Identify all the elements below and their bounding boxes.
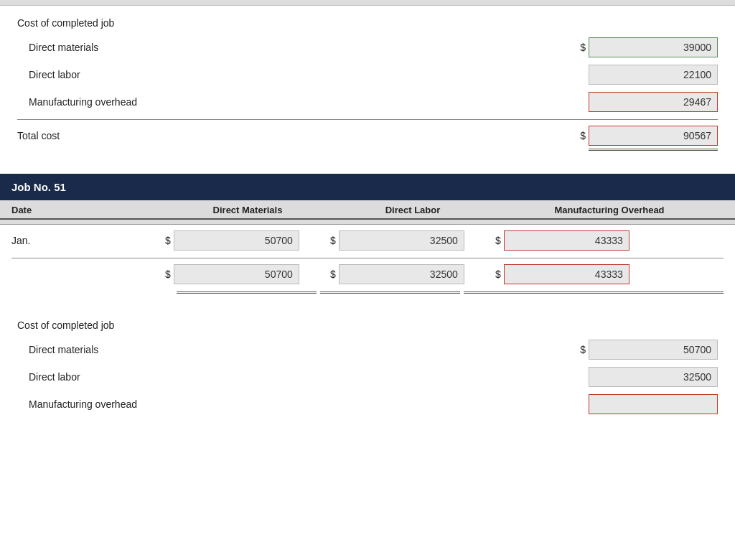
table-row-jan: Jan. $ $ $ (0, 225, 735, 256)
top-direct-materials-dollar: $ (580, 42, 586, 53)
row-jan-moh: $ (495, 230, 735, 251)
top-direct-labor-input[interactable] (589, 65, 718, 85)
row-jan-date: Jan. (0, 235, 165, 246)
top-total-dollar: $ (580, 130, 586, 141)
top-direct-materials-label: Direct materials (29, 42, 580, 53)
table-header: Date Direct Materials Direct Labor Manuf… (0, 200, 735, 225)
subtotal-moh-input[interactable] (504, 264, 629, 284)
bottom-section-title: Cost of completed job (17, 319, 718, 331)
row-jan-moh-dollar: $ (495, 235, 501, 246)
bottom-manufacturing-overhead-label: Manufacturing overhead (29, 398, 589, 410)
col-direct-materials: Direct Materials (165, 205, 330, 220)
bottom-manufacturing-overhead-row: Manufacturing overhead (17, 394, 718, 414)
row-jan-moh-input[interactable] (504, 230, 629, 251)
row-jan-dl-input[interactable] (339, 230, 464, 251)
col-date: Date (0, 205, 165, 220)
table-subtotal-row: $ $ $ (0, 258, 735, 290)
subtotal-moh-dollar: $ (495, 269, 501, 280)
subtotal-dl-dollar: $ (330, 269, 336, 280)
subtotal-dm-dollar: $ (165, 269, 171, 280)
bottom-direct-labor-label: Direct labor (29, 371, 589, 383)
top-manufacturing-overhead-label: Manufacturing overhead (29, 96, 589, 108)
subtotal-dl: $ (330, 264, 495, 284)
subtotal-dm-input[interactable] (174, 264, 299, 284)
bottom-direct-materials-label: Direct materials (29, 344, 580, 355)
bottom-manufacturing-overhead-input[interactable] (589, 394, 718, 414)
top-direct-labor-label: Direct labor (29, 69, 589, 80)
top-total-label: Total cost (17, 130, 580, 141)
bottom-direct-materials-row: Direct materials $ (17, 340, 718, 360)
col-manufacturing-overhead: Manufacturing Overhead (495, 205, 735, 220)
top-direct-materials-row: Direct materials $ (17, 37, 718, 57)
top-manufacturing-overhead-input[interactable] (589, 92, 718, 112)
bottom-direct-materials-dollar: $ (580, 344, 586, 355)
top-section-title: Cost of completed job (17, 17, 718, 29)
subtotal-dm: $ (165, 264, 330, 284)
top-direct-labor-row: Direct labor (17, 65, 718, 85)
subtotal-moh: $ (495, 264, 735, 284)
row-jan-dl-dollar: $ (330, 235, 336, 246)
top-manufacturing-overhead-row: Manufacturing overhead (17, 92, 718, 112)
col-direct-labor: Direct Labor (330, 205, 495, 220)
row-jan-dm-dollar: $ (165, 235, 171, 246)
row-jan-dm-input[interactable] (174, 230, 299, 251)
row-jan-dm: $ (165, 230, 330, 251)
subtotal-dl-input[interactable] (339, 264, 464, 284)
row-jan-dl: $ (330, 230, 495, 251)
bottom-direct-labor-input[interactable] (589, 367, 718, 387)
top-direct-materials-input[interactable] (589, 37, 718, 57)
bottom-direct-labor-row: Direct labor (17, 367, 718, 387)
top-total-input[interactable] (589, 126, 718, 146)
bottom-direct-materials-input[interactable] (589, 340, 718, 360)
job51-header: Job No. 51 (0, 174, 735, 200)
